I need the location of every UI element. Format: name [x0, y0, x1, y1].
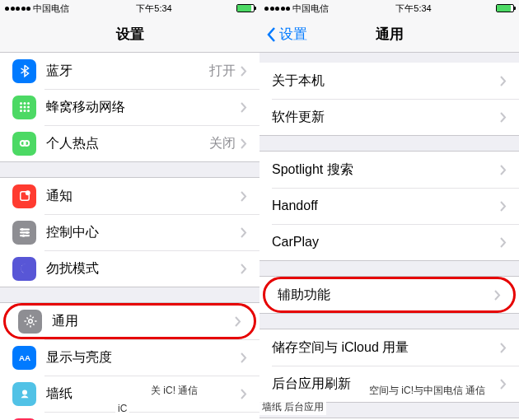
row-background-refresh[interactable]: 后台应用刷新	[260, 366, 519, 402]
chevron-right-icon	[241, 102, 247, 113]
row-general[interactable]: 通用	[3, 303, 256, 339]
signal-dots-icon	[5, 7, 30, 11]
row-label: 蓝牙	[46, 63, 209, 80]
row-wallpaper[interactable]: 墙纸	[0, 376, 260, 412]
clock-label: 下午5:34	[395, 2, 431, 15]
svg-point-3	[20, 106, 22, 109]
row-label: Handoff	[272, 198, 500, 213]
row-storage[interactable]: 储存空间与 iCloud 用量	[260, 329, 519, 366]
row-accessibility[interactable]: 辅助功能	[263, 277, 516, 313]
group-notifications: 通知 控制中心 勿扰模式	[0, 177, 260, 287]
row-label: 软件更新	[272, 109, 500, 126]
row-label: 通知	[46, 188, 241, 205]
svg-point-6	[20, 110, 22, 112]
row-label: Spotlight 搜索	[272, 161, 500, 179]
group-about: 关于本机 软件更新	[260, 63, 519, 136]
row-label: 墙纸	[46, 385, 241, 403]
chevron-right-icon	[500, 343, 507, 353]
phone-general: 中国电信 下午5:34 设置 通用 关于本机 软件更新 Spotlight 搜索	[260, 0, 519, 420]
phone-settings: 中国电信 下午5:34 设置 蓝牙 打开 蜂窝移动网络	[0, 0, 260, 420]
row-display[interactable]: AA 显示与亮度	[0, 339, 260, 376]
svg-point-2	[27, 102, 30, 105]
row-carplay[interactable]: CarPlay	[260, 224, 519, 260]
row-label: 后台应用刷新	[272, 376, 500, 393]
row-label: 蜂窝移动网络	[46, 99, 241, 116]
group-general: 通用 AA 显示与亮度 墙纸 声音	[0, 302, 260, 420]
chevron-right-icon	[241, 264, 247, 274]
row-label: 个人热点	[46, 135, 209, 152]
row-label: 勿扰模式	[46, 260, 241, 278]
bluetooth-icon	[12, 59, 36, 83]
group-storage: 储存空间与 iCloud 用量 后台应用刷新	[260, 329, 519, 403]
group-services: Spotlight 搜索 Handoff CarPlay	[260, 151, 519, 261]
back-label: 设置	[279, 25, 307, 44]
signal-dots-icon	[264, 7, 290, 11]
row-control-center[interactable]: 控制中心	[0, 214, 260, 250]
svg-point-0	[20, 102, 22, 105]
chevron-right-icon	[241, 389, 247, 399]
notifications-icon	[12, 184, 36, 208]
chevron-right-icon	[235, 316, 241, 327]
svg-point-17	[26, 231, 28, 234]
nav-bar: 设置 通用	[260, 16, 519, 53]
svg-point-4	[23, 106, 26, 109]
svg-point-16	[21, 228, 23, 231]
row-software-update[interactable]: 软件更新	[260, 99, 519, 135]
row-label: CarPlay	[272, 235, 500, 250]
row-handoff[interactable]: Handoff	[260, 188, 519, 224]
svg-point-18	[21, 234, 24, 236]
display-icon: AA	[12, 346, 36, 370]
row-bluetooth[interactable]: 蓝牙 打开	[0, 53, 260, 89]
chevron-right-icon	[241, 352, 247, 363]
battery-icon	[236, 4, 255, 12]
row-about[interactable]: 关于本机	[260, 63, 519, 99]
row-hotspot[interactable]: 个人热点 关闭	[0, 125, 260, 161]
chevron-right-icon	[500, 112, 507, 123]
control-center-icon	[12, 221, 36, 245]
svg-point-1	[23, 102, 26, 105]
chevron-right-icon	[500, 165, 507, 175]
row-label: 通用	[52, 313, 235, 330]
chevron-right-icon	[241, 227, 247, 238]
page-title: 通用	[376, 25, 404, 44]
svg-point-12	[26, 191, 30, 195]
row-label: 控制中心	[46, 224, 241, 241]
chevron-right-icon	[241, 66, 247, 77]
row-label: 关于本机	[272, 72, 500, 90]
svg-point-10	[24, 141, 29, 146]
row-notifications[interactable]: 通知	[0, 178, 260, 214]
nav-bar: 设置	[0, 16, 260, 53]
svg-point-7	[23, 110, 26, 112]
svg-point-21	[22, 390, 27, 395]
clock-label: 下午5:34	[136, 2, 171, 15]
svg-point-19	[28, 320, 32, 324]
chevron-right-icon	[241, 191, 247, 202]
back-button[interactable]: 设置	[266, 25, 307, 44]
chevron-right-icon	[500, 237, 507, 248]
row-spotlight[interactable]: Spotlight 搜索	[260, 152, 519, 188]
status-bar: 中国电信 下午5:34	[0, 0, 260, 16]
row-label: 显示与亮度	[46, 349, 241, 366]
row-sound[interactable]: 声音	[0, 412, 260, 420]
row-label: 储存空间与 iCloud 用量	[272, 339, 500, 357]
chevron-right-icon	[241, 138, 247, 149]
chevron-right-icon	[500, 76, 507, 86]
svg-text:AA: AA	[18, 353, 30, 362]
row-label: 辅助功能	[278, 287, 494, 304]
hotspot-icon	[12, 132, 36, 156]
status-bar: 中国电信 下午5:34	[260, 0, 519, 16]
battery-icon	[496, 4, 514, 12]
row-dnd[interactable]: 勿扰模式	[0, 250, 260, 287]
chevron-right-icon	[500, 201, 507, 212]
group-connectivity: 蓝牙 打开 蜂窝移动网络 个人热点 关闭	[0, 53, 260, 162]
carrier-label: 中国电信	[292, 2, 329, 15]
row-cellular[interactable]: 蜂窝移动网络	[0, 89, 260, 125]
carrier-label: 中国电信	[33, 2, 69, 15]
page-title: 设置	[116, 25, 144, 44]
group-accessibility: 辅助功能	[260, 276, 519, 314]
cellular-icon	[12, 96, 36, 119]
svg-point-5	[27, 106, 30, 109]
chevron-right-icon	[500, 379, 507, 390]
row-value: 关闭	[209, 135, 236, 152]
svg-point-8	[27, 110, 30, 112]
